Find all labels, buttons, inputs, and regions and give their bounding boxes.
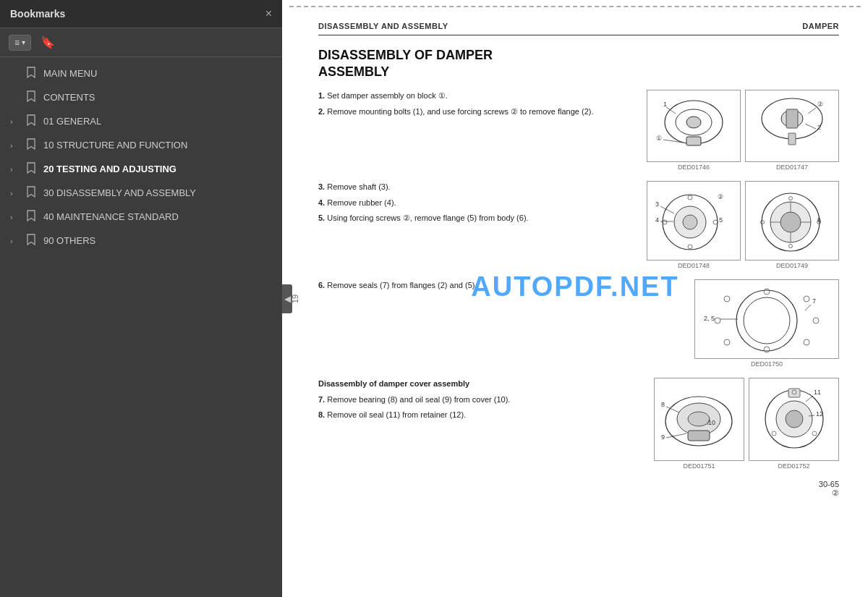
- step-6: 6. Remove seals (7) from flanges (2) and…: [318, 279, 684, 292]
- bookmark-label: 01 GENERAL: [43, 116, 101, 127]
- image-ded01747: ② 2 DED01747: [745, 90, 839, 171]
- steps-text-col-4: Disassembly of damper cover assembly 7. …: [318, 378, 644, 425]
- sidebar-item-30-disassembly[interactable]: ›30 DISASSEMBLY AND ASSEMBLY: [0, 181, 282, 205]
- svg-point-31: [780, 212, 801, 232]
- svg-point-37: [789, 245, 793, 248]
- close-button[interactable]: ×: [265, 7, 272, 20]
- svg-rect-10: [786, 109, 798, 128]
- svg-point-57: [688, 412, 710, 426]
- image-box-1-2: 1 ① DED01746: [647, 90, 839, 171]
- caption-ded01746: DED01746: [647, 164, 741, 171]
- sidebar-item-main-menu[interactable]: MAIN MENU: [0, 62, 282, 85]
- svg-rect-11: [788, 133, 796, 145]
- svg-point-45: [715, 318, 720, 323]
- sub-section-title: Disassembly of damper cover assembly: [318, 378, 644, 390]
- bookmark-icon: 🔖: [41, 36, 55, 48]
- bookmark-label: 90 OTHERS: [43, 235, 95, 246]
- step-1: 1. Set damper assembly on block ①.: [318, 90, 637, 102]
- illus-ded01748: 3 4 ② 5: [647, 181, 741, 261]
- step-4: 4. Remove rubber (4).: [318, 197, 637, 209]
- svg-text:5: 5: [719, 216, 723, 224]
- svg-point-67: [786, 410, 803, 428]
- sidebar-item-40-maintenance[interactable]: ›40 MAINTENANCE STANDARD: [0, 205, 282, 229]
- illus-ded01746: 1 ①: [647, 90, 741, 162]
- svg-text:12: 12: [816, 410, 823, 418]
- sidebar-item-90-others[interactable]: ›90 OTHERS: [0, 229, 282, 253]
- steps-text-col-3: 6. Remove seals (7) from flanges (2) and…: [318, 279, 684, 295]
- bookmark-icon: [26, 210, 38, 224]
- svg-point-18: [683, 215, 697, 229]
- bookmark-icon: [26, 234, 38, 247]
- sidebar-item-20-testing[interactable]: ›20 TESTING AND ADJUSTING: [0, 157, 282, 181]
- svg-point-2: [686, 117, 701, 128]
- svg-point-44: [764, 347, 770, 352]
- sidebar-item-10-structure[interactable]: ›10 STRUCTURE AND FUNCTION: [0, 133, 282, 157]
- svg-text:2: 2: [817, 124, 821, 131]
- svg-text:8: 8: [661, 401, 665, 408]
- expand-arrow-icon: ›: [10, 117, 20, 126]
- svg-point-71: [812, 431, 817, 436]
- image-ded01752: 11 12 DED01752: [749, 378, 839, 470]
- step-2: 2. Remove mounting bolts (1), and use fo…: [318, 106, 637, 118]
- image-ded01748: 3 4 ② 5 DED01748: [647, 181, 741, 269]
- svg-point-70: [772, 431, 776, 436]
- svg-point-19: [688, 195, 692, 200]
- main-content: DISASSEMBLY AND ASSEMBLY DAMPER DISASSEM…: [282, 0, 868, 597]
- bookmark-label: 10 STRUCTURE AND FUNCTION: [43, 140, 187, 151]
- svg-text:6: 6: [817, 216, 821, 224]
- illus-ded01750: 2, 5 7: [694, 279, 839, 359]
- section-steps-3-5: 3. Remove shaft (3). 4. Remove rubber (4…: [318, 181, 839, 269]
- illus-ded01749: 6: [745, 181, 839, 261]
- page-header-left: DISASSEMBLY AND ASSEMBLY: [318, 22, 448, 30]
- svg-text:4: 4: [655, 216, 659, 224]
- bookmark-add-button[interactable]: 🔖: [37, 34, 59, 51]
- dropdown-arrow-icon: ▾: [22, 38, 25, 46]
- bookmark-icon: [26, 90, 38, 104]
- bookmark-list: MAIN MENUCONTENTS›01 GENERAL›10 STRUCTUR…: [0, 57, 282, 597]
- section-step-6: 6. Remove seals (7) from flanges (2) and…: [318, 279, 839, 368]
- sidebar-item-01-general[interactable]: ›01 GENERAL: [0, 109, 282, 133]
- svg-text:9: 9: [661, 433, 665, 441]
- svg-text:2, 5: 2, 5: [704, 315, 715, 322]
- page-header-right: DAMPER: [802, 22, 839, 30]
- svg-point-38: [761, 221, 765, 224]
- svg-line-13: [808, 108, 816, 114]
- bookmark-icon: [26, 162, 38, 176]
- svg-text:①: ①: [656, 135, 662, 142]
- expand-arrow-icon: ›: [10, 189, 20, 198]
- svg-text:3: 3: [655, 200, 659, 208]
- options-dropdown-button[interactable]: ≡ ▾: [9, 35, 31, 51]
- sidebar-item-contents[interactable]: CONTENTS: [0, 85, 282, 109]
- sidebar: Bookmarks × ≡ ▾ 🔖 MAIN MENUCONTENTS›01 G…: [0, 0, 282, 597]
- step-8: 8. Remove oil seal (11) from retainer (1…: [318, 409, 644, 421]
- bookmark-label: MAIN MENU: [43, 68, 97, 79]
- sidebar-header: Bookmarks ×: [0, 0, 282, 28]
- bookmark-label: 30 DISASSEMBLY AND ASSEMBLY: [43, 187, 196, 198]
- image-ded01746: 1 ① DED01746: [647, 90, 741, 171]
- collapse-arrow-icon: ◀: [284, 294, 291, 304]
- expand-arrow-icon: ›: [10, 213, 20, 221]
- caption-ded01747: DED01747: [745, 164, 839, 171]
- svg-point-22: [713, 220, 718, 224]
- image-ded01749: 6 DED01749: [745, 181, 839, 269]
- svg-point-21: [663, 220, 667, 224]
- svg-line-62: [666, 433, 686, 438]
- caption-ded01752: DED01752: [749, 462, 839, 470]
- svg-text:②: ②: [817, 101, 823, 108]
- svg-rect-58: [688, 431, 710, 441]
- image-box-6: 2, 5 7 DED01750: [694, 279, 839, 368]
- caption-ded01751: DED01751: [654, 462, 744, 470]
- svg-text:7: 7: [812, 297, 816, 305]
- svg-line-15: [805, 124, 816, 129]
- expand-arrow-icon: ›: [10, 165, 20, 174]
- svg-point-43: [764, 289, 770, 295]
- svg-rect-3: [686, 137, 701, 145]
- steps-text-col-2: 3. Remove shaft (3). 4. Remove rubber (4…: [318, 181, 637, 228]
- sidebar-collapse-button[interactable]: ◀: [282, 284, 292, 313]
- svg-point-50: [804, 339, 809, 345]
- expand-arrow-icon: ›: [10, 237, 20, 245]
- svg-text:1: 1: [663, 101, 667, 108]
- step-7: 7. Remove bearing (8) and oil seal (9) f…: [318, 394, 644, 406]
- expand-arrow-icon: ›: [10, 141, 20, 150]
- section-title: DISASSEMBLY OF DAMPER ASSEMBLY: [318, 47, 839, 80]
